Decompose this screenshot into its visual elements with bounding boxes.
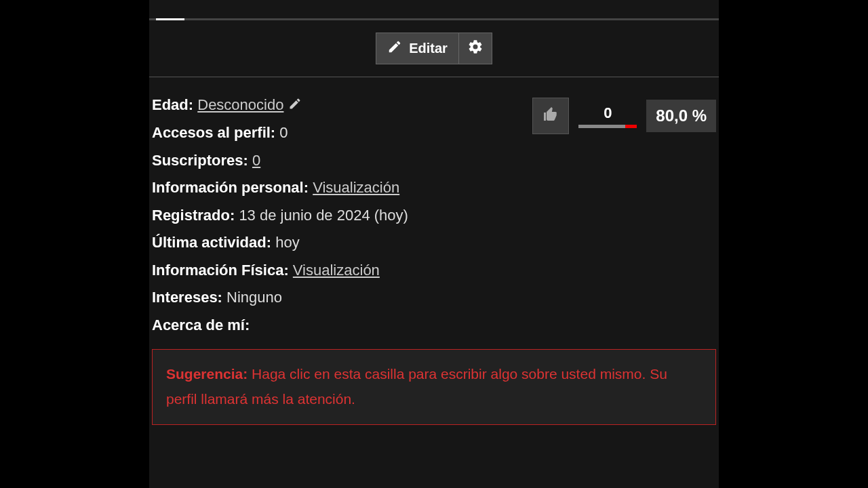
age-row: Edad: Desconocido — [152, 92, 519, 119]
edit-button-label: Editar — [409, 41, 448, 56]
rating-bar-fill — [625, 125, 637, 128]
profile-info-area: Edad: Desconocido Accesos al perfil: 0 S… — [149, 92, 719, 340]
physical-info-row: Información Física: Visualización — [152, 258, 519, 284]
age-value-link[interactable]: Desconocido — [197, 96, 283, 113]
interests-label: Intereses: — [152, 289, 222, 306]
views-row: Accesos al perfil: 0 — [152, 120, 519, 146]
pencil-icon — [387, 39, 402, 58]
subscribers-label: Suscriptores: — [152, 152, 248, 169]
likes-count: 0 — [604, 104, 612, 122]
gear-icon — [467, 39, 484, 58]
personal-info-link[interactable]: Visualización — [313, 179, 399, 196]
activity-row: Última actividad: hoy — [152, 230, 519, 256]
suggestion-label: Sugerencia: — [166, 366, 248, 382]
like-button[interactable] — [532, 98, 569, 134]
interests-row: Intereses: Ninguno — [152, 285, 519, 311]
physical-info-link[interactable]: Visualización — [293, 262, 380, 279]
physical-info-label: Información Física: — [152, 262, 289, 279]
registered-row: Registrado: 13 de junio de 2024 (hoy) — [152, 203, 519, 229]
tab-bar — [149, 0, 719, 20]
subscribers-value-link[interactable]: 0 — [252, 152, 260, 169]
registered-label: Registrado: — [152, 207, 235, 224]
interests-value: Ninguno — [226, 289, 282, 306]
active-tab-indicator — [156, 18, 184, 20]
thumbs-up-icon — [542, 106, 559, 125]
edit-button[interactable]: Editar — [376, 33, 459, 64]
info-list: Edad: Desconocido Accesos al perfil: 0 S… — [152, 92, 519, 340]
rating-bar — [578, 125, 637, 128]
toolbar: Editar — [149, 26, 719, 77]
registered-value: 13 de junio de 2024 (hoy) — [239, 207, 408, 224]
likes-counter-area: 0 — [578, 104, 637, 128]
personal-info-row: Información personal: Visualización — [152, 175, 519, 201]
about-label: Acerca de mí: — [152, 317, 250, 333]
views-label: Accesos al perfil: — [152, 124, 275, 141]
views-value: 0 — [279, 124, 288, 141]
age-label: Edad: — [152, 96, 193, 113]
settings-button[interactable] — [459, 33, 492, 64]
about-row: Acerca de mí: — [152, 312, 519, 339]
pencil-icon[interactable] — [288, 93, 302, 119]
percent-badge: 80,0 % — [646, 100, 716, 132]
personal-info-label: Información personal: — [152, 179, 309, 196]
rating-stats: 0 80,0 % — [532, 98, 716, 134]
profile-panel: Editar Edad: Desconocido Accesos al perf… — [149, 0, 719, 488]
activity-value: hoy — [275, 234, 299, 251]
about-me-suggestion-box[interactable]: Sugerencia: Haga clic en esta casilla pa… — [152, 349, 716, 425]
activity-label: Última actividad: — [152, 234, 271, 251]
subscribers-row: Suscriptores: 0 — [152, 148, 519, 174]
